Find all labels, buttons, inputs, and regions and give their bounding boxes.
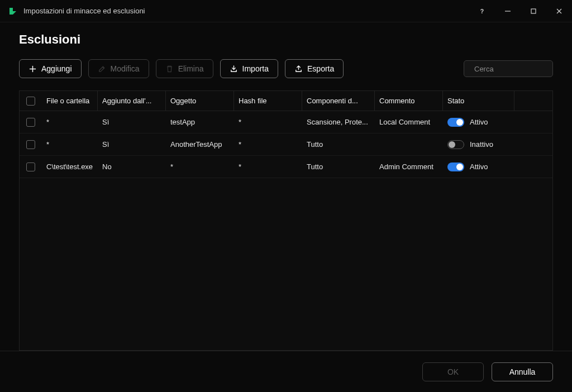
cell-object: AnotherTestApp xyxy=(166,133,234,155)
export-button-label: Esporta xyxy=(307,64,334,73)
cancel-button[interactable]: Annulla xyxy=(492,362,553,381)
row-checkbox[interactable] xyxy=(26,140,35,149)
toolbar: Aggiungi Modifica Elimina Importa Esport… xyxy=(19,59,553,78)
row-checkbox[interactable] xyxy=(26,162,35,171)
search-input[interactable] xyxy=(474,65,568,73)
cell-file: C\test\test.exe xyxy=(42,156,98,178)
edit-button: Modifica xyxy=(88,59,149,78)
svg-rect-2 xyxy=(531,9,536,13)
col-added[interactable]: Aggiunto dall'... xyxy=(98,91,166,111)
search-box[interactable] xyxy=(464,60,553,77)
ok-button: OK xyxy=(422,362,484,381)
delete-button: Elimina xyxy=(156,59,213,78)
table-row[interactable]: C\test\test.exeNo**TuttoAdmin CommentAtt… xyxy=(20,156,552,178)
import-icon xyxy=(230,65,238,73)
cancel-button-label: Annulla xyxy=(509,367,536,376)
cell-comment xyxy=(375,133,443,155)
col-file[interactable]: File o cartella xyxy=(42,91,98,111)
table-body: *SìtestApp*Scansione, Prote...Local Comm… xyxy=(20,111,552,350)
cell-state: Inattivo xyxy=(443,133,514,155)
cell-comment: Admin Comment xyxy=(375,156,443,178)
cell-added: Sì xyxy=(98,111,166,133)
state-label: Attivo xyxy=(470,162,488,171)
table-row[interactable]: *SìtestApp*Scansione, Prote...Local Comm… xyxy=(20,111,552,133)
state-toggle[interactable] xyxy=(447,162,464,171)
maximize-button[interactable] xyxy=(521,0,546,22)
col-components[interactable]: Componenti d... xyxy=(302,91,375,111)
cell-object: * xyxy=(166,156,234,178)
ok-button-label: OK xyxy=(447,367,459,376)
row-checkbox[interactable] xyxy=(26,118,35,127)
import-button[interactable]: Importa xyxy=(220,59,278,78)
add-button[interactable]: Aggiungi xyxy=(19,59,82,78)
minimize-button[interactable] xyxy=(495,0,521,22)
footer: OK Annulla xyxy=(0,351,572,392)
cell-comment: Local Comment xyxy=(375,111,443,133)
cell-file: * xyxy=(42,111,98,133)
state-toggle[interactable] xyxy=(447,118,464,127)
app-logo-icon xyxy=(8,6,18,16)
cell-state: Attivo xyxy=(443,156,514,178)
cell-state: Attivo xyxy=(443,111,514,133)
col-state[interactable]: Stato xyxy=(443,91,514,111)
import-button-label: Importa xyxy=(242,64,269,73)
plus-icon xyxy=(28,65,37,73)
cell-components: Tutto xyxy=(302,156,375,178)
cell-hash: * xyxy=(234,156,302,178)
svg-text:?: ? xyxy=(480,7,484,14)
select-all-checkbox[interactable] xyxy=(26,97,35,106)
cell-components: Tutto xyxy=(302,133,375,155)
add-button-label: Aggiungi xyxy=(41,64,72,73)
cell-added: Sì xyxy=(98,133,166,155)
cell-components: Scansione, Prote... xyxy=(302,111,375,133)
trash-icon xyxy=(165,65,174,73)
table-row[interactable]: *SìAnotherTestApp*TuttoInattivo xyxy=(20,133,552,156)
window-title: Impostazioni di minacce ed esclusioni xyxy=(23,7,145,15)
delete-button-label: Elimina xyxy=(178,64,204,73)
table-header: File o cartella Aggiunto dall'... Oggett… xyxy=(20,91,552,111)
col-comment[interactable]: Commento xyxy=(375,91,443,111)
state-label: Inattivo xyxy=(470,140,493,149)
page-title: Esclusioni xyxy=(19,32,553,47)
cell-added: No xyxy=(98,156,166,178)
edit-button-label: Modifica xyxy=(111,64,140,73)
cell-hash: * xyxy=(234,111,302,133)
cell-hash: * xyxy=(234,133,302,155)
export-button[interactable]: Esporta xyxy=(285,59,344,78)
col-object[interactable]: Oggetto xyxy=(166,91,234,111)
close-button[interactable] xyxy=(546,0,572,22)
cell-file: * xyxy=(42,133,98,155)
pencil-icon xyxy=(98,65,106,73)
export-icon xyxy=(294,65,303,73)
col-hash[interactable]: Hash file xyxy=(234,91,302,111)
help-button[interactable]: ? xyxy=(469,0,495,22)
state-toggle[interactable] xyxy=(447,140,464,149)
cell-object: testApp xyxy=(166,111,234,133)
titlebar: Impostazioni di minacce ed esclusioni ? xyxy=(0,0,572,22)
exclusions-table: File o cartella Aggiunto dall'... Oggett… xyxy=(19,90,553,351)
state-label: Attivo xyxy=(470,118,488,126)
